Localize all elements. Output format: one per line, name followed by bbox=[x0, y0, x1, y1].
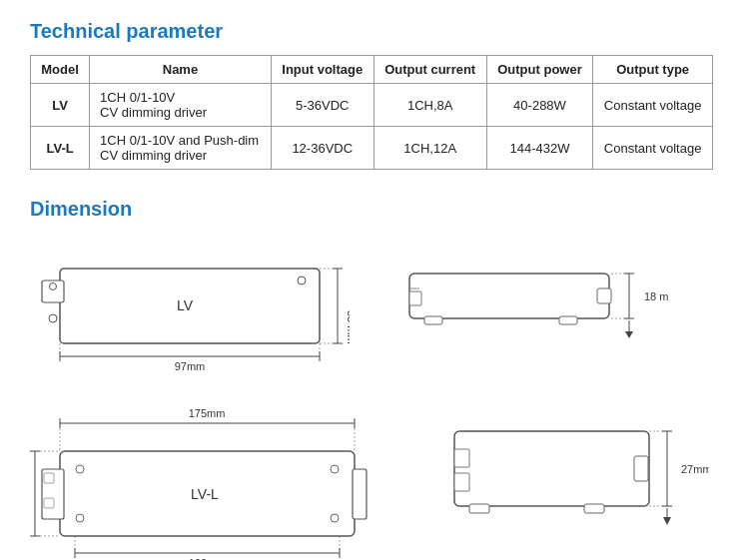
output-type-lvl: Constant voltage bbox=[593, 127, 713, 170]
svg-rect-61 bbox=[454, 431, 649, 506]
svg-text:18 mm: 18 mm bbox=[644, 290, 669, 302]
svg-text:33 mm: 33 mm bbox=[346, 310, 350, 344]
svg-text:LV-L: LV-L bbox=[191, 486, 219, 502]
table-row: LV-L 1CH 0/1-10V and Push-dim CV dimming… bbox=[31, 127, 713, 170]
lvl-side-svg: 27mm bbox=[429, 401, 709, 560]
name-lv: 1CH 0/1-10V CV dimming driver bbox=[90, 84, 272, 127]
svg-rect-66 bbox=[584, 504, 604, 513]
svg-point-4 bbox=[298, 277, 306, 284]
svg-text:LV: LV bbox=[177, 297, 194, 313]
col-name: Name bbox=[90, 56, 272, 84]
input-voltage-lvl: 12-36VDC bbox=[271, 127, 373, 170]
svg-point-39 bbox=[76, 514, 84, 522]
lv-top-svg: LV 97mm 33 mm bbox=[30, 239, 350, 378]
output-current-lvl: 1CH,12A bbox=[373, 127, 486, 170]
name-lvl: 1CH 0/1-10V and Push-dim CV dimming driv… bbox=[90, 127, 272, 170]
lvl-side-diagram: 27mm bbox=[429, 401, 709, 560]
lv-top-diagram: LV 97mm 33 mm bbox=[30, 239, 350, 381]
svg-rect-36 bbox=[44, 498, 54, 508]
technical-parameter-section: Technical parameter Model Name Input vol… bbox=[30, 20, 713, 170]
lv-diagrams-row: LV 97mm 33 mm bbox=[30, 239, 713, 381]
svg-rect-63 bbox=[454, 473, 469, 491]
col-model: Model bbox=[31, 56, 90, 84]
table-header-row: Model Name Input voltage Output current … bbox=[31, 56, 713, 84]
svg-point-2 bbox=[50, 283, 57, 290]
svg-point-40 bbox=[331, 465, 339, 473]
lv-side-diagram: 18 mm bbox=[389, 239, 669, 381]
output-power-lv: 40-288W bbox=[486, 84, 593, 127]
svg-rect-23 bbox=[424, 316, 442, 324]
svg-point-3 bbox=[49, 314, 57, 322]
svg-rect-37 bbox=[353, 469, 367, 519]
svg-rect-18 bbox=[409, 274, 609, 318]
col-output-current: Output current bbox=[373, 56, 486, 84]
technical-table: Model Name Input voltage Output current … bbox=[30, 55, 713, 170]
col-input-voltage: Input voltage bbox=[271, 56, 373, 84]
model-lv: LV bbox=[31, 84, 90, 127]
table-row: LV 1CH 0/1-10V CV dimming driver 5-36VDC… bbox=[31, 84, 713, 127]
svg-rect-65 bbox=[469, 504, 489, 513]
lvl-top-diagram: LV-L 175mm 160mm bbox=[30, 401, 389, 560]
lvl-diagrams-row: LV-L 175mm 160mm bbox=[30, 401, 713, 560]
svg-text:175mm: 175mm bbox=[189, 407, 226, 419]
dimension-title: Dimension bbox=[30, 198, 713, 221]
output-power-lvl: 144-432W bbox=[486, 127, 593, 170]
svg-rect-24 bbox=[559, 316, 577, 324]
svg-rect-62 bbox=[454, 449, 469, 467]
svg-rect-35 bbox=[44, 473, 54, 483]
svg-text:27mm: 27mm bbox=[681, 463, 709, 475]
output-current-lv: 1CH,8A bbox=[373, 84, 486, 127]
svg-rect-22 bbox=[597, 288, 611, 303]
output-type-lv: Constant voltage bbox=[593, 84, 713, 127]
svg-marker-31 bbox=[625, 331, 633, 338]
col-output-power: Output power bbox=[486, 56, 593, 84]
svg-text:97mm: 97mm bbox=[175, 360, 206, 372]
col-output-type: Output type bbox=[593, 56, 713, 84]
svg-point-38 bbox=[76, 465, 84, 473]
lv-side-svg: 18 mm bbox=[389, 239, 669, 378]
model-lvl: LV-L bbox=[31, 127, 90, 170]
lvl-top-svg: LV-L 175mm 160mm bbox=[30, 401, 389, 560]
svg-rect-64 bbox=[634, 456, 648, 481]
technical-title: Technical parameter bbox=[30, 20, 713, 43]
svg-point-41 bbox=[331, 514, 339, 522]
svg-rect-21 bbox=[409, 291, 421, 305]
svg-marker-73 bbox=[663, 517, 671, 525]
input-voltage-lv: 5-36VDC bbox=[271, 84, 373, 127]
dimension-section: Dimension LV bbox=[30, 198, 713, 560]
